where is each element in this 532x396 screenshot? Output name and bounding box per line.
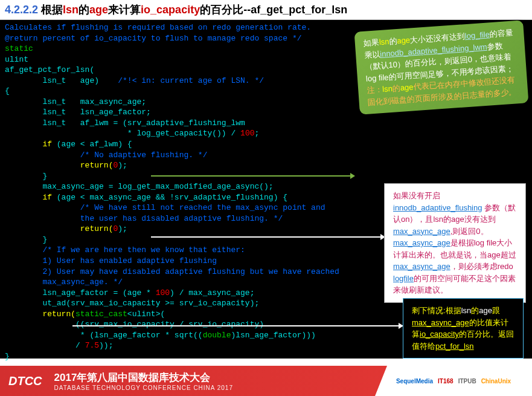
section-title: 4.2.2.2 根据lsn的age来计算io_capacity的百分比--af_… — [0, 0, 532, 20]
footer-sponsors: SequelMedia IT168 ITPUB ChinaUnix — [375, 366, 532, 396]
arrow-icon — [72, 325, 399, 326]
arrow-icon — [151, 236, 380, 238]
annotation-callout-3: 剩下情况:根据lsn的age跟max_async_age的比值来计算io_cap… — [403, 298, 524, 359]
arrow-icon — [151, 175, 350, 177]
footer-bar: DTCC 2017年第八届中国数据库技术大会 DATABASE TECHNOLO… — [0, 366, 532, 396]
footer-logo: DTCC — [8, 374, 42, 388]
annotation-callout-1: 如果lsn的age大小还没有达到log_file的容量乘以innodb_adap… — [354, 20, 529, 114]
annotation-callout-2: 如果没有开启innodb_adaptive_flushing 参数（默认on），… — [384, 183, 526, 303]
code-block: Calculates if flushing is required based… — [0, 20, 532, 359]
section-number: 4.2.2.2 — [5, 4, 41, 16]
footer-text: 2017年第八届中国数据库技术大会 DATABASE TECHNOLOGY CO… — [54, 371, 233, 391]
